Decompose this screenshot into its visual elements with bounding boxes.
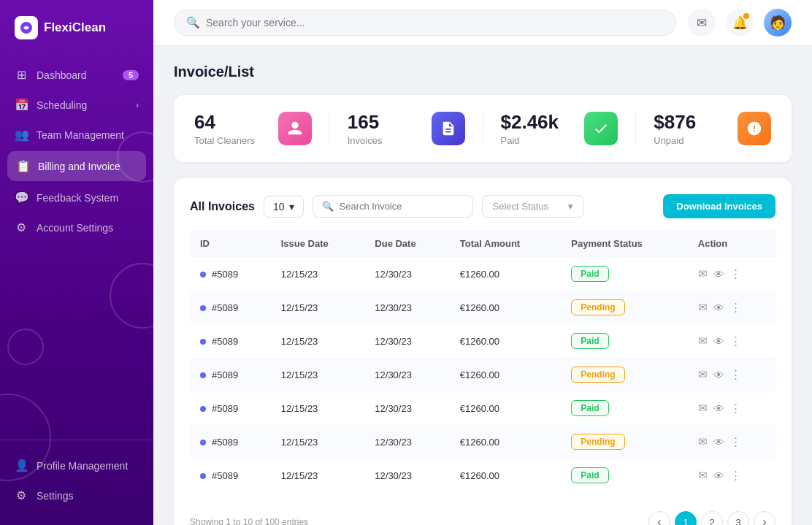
chevron-down-icon: ›	[136, 100, 139, 110]
cell-id: #5089	[190, 257, 271, 291]
invoice-search-input[interactable]	[340, 201, 464, 212]
cell-status: Paid	[561, 324, 687, 358]
page-2-button[interactable]: 2	[701, 511, 723, 525]
action-icons: ✉ 👁 ⋮	[698, 368, 765, 381]
stat-cleaners-label: Total Cleaners	[194, 135, 255, 146]
sidebar-item-settings[interactable]: ⚙ Settings	[0, 480, 153, 510]
stat-unpaid-icon	[738, 112, 771, 145]
mail-action-icon[interactable]: ✉	[698, 402, 708, 415]
team-icon: 👥	[15, 128, 28, 142]
more-action-icon[interactable]: ⋮	[730, 435, 741, 448]
sidebar-item-account[interactable]: ⚙ Account Settings	[0, 212, 153, 242]
status-badge: Pending	[571, 367, 624, 383]
sidebar-nav: ⊞ Dashboard 5 📅 Scheduling › 👥 Team Mana…	[0, 54, 153, 440]
action-icons: ✉ 👁 ⋮	[698, 267, 765, 280]
stat-unpaid-value: $876	[654, 111, 696, 134]
sidebar-item-feedback[interactable]: 💬 Feedback System	[0, 183, 153, 212]
cell-issue: 12/15/23	[271, 291, 365, 324]
table-row: #5089 12/15/23 12/30/23 €1260.00 Paid ✉ …	[190, 391, 775, 425]
cell-id: #5089	[190, 391, 271, 425]
download-invoices-button[interactable]: Download Invoices	[663, 194, 775, 218]
invoice-search-bar[interactable]: 🔍	[313, 195, 473, 218]
cell-status: Paid	[561, 459, 687, 492]
more-action-icon[interactable]: ⋮	[730, 469, 741, 482]
notification-button[interactable]: 🔔	[726, 9, 754, 37]
content-area: Invoice/List 64 Total Cleaners 165 Invoi…	[153, 46, 812, 525]
view-action-icon[interactable]: 👁	[713, 402, 724, 415]
row-dot	[200, 305, 206, 311]
more-action-icon[interactable]: ⋮	[730, 368, 741, 381]
stat-cleaners-value: 64	[194, 111, 255, 134]
col-action: Action	[688, 230, 775, 257]
chevron-down-icon: ▾	[568, 201, 573, 212]
stat-invoices-label: Invoices	[348, 135, 383, 146]
stat-paid-label: Paid	[501, 135, 559, 146]
row-dot	[200, 272, 206, 277]
cell-amount: €1260.00	[450, 324, 561, 358]
view-action-icon[interactable]: 👁	[713, 335, 724, 348]
notification-dot	[743, 13, 749, 19]
cell-issue: 12/15/23	[271, 324, 365, 358]
view-action-icon[interactable]: 👁	[713, 470, 724, 482]
col-due: Due Date	[364, 230, 450, 257]
next-page-button[interactable]: ›	[754, 511, 775, 525]
page-1-button[interactable]: 1	[675, 511, 697, 525]
sidebar-item-scheduling[interactable]: 📅 Scheduling ›	[0, 90, 153, 120]
search-invoice-icon: 🔍	[322, 201, 334, 212]
sidebar: FlexiClean ⊞ Dashboard 5 📅 Scheduling › …	[0, 0, 153, 525]
cell-issue: 12/15/23	[271, 391, 365, 425]
mail-action-icon[interactable]: ✉	[698, 368, 708, 381]
status-badge: Paid	[571, 333, 608, 349]
stat-unpaid: $876 Unpaid	[654, 111, 771, 146]
search-icon: 🔍	[186, 16, 200, 29]
table-header-row: ID Issue Date Due Date Total Amount Paym…	[190, 230, 775, 257]
more-action-icon[interactable]: ⋮	[730, 301, 741, 314]
cell-id: #5089	[190, 291, 271, 324]
table-row: #5089 12/15/23 12/30/23 €1260.00 Pending…	[190, 291, 775, 324]
cell-status: Paid	[561, 257, 687, 291]
view-action-icon[interactable]: 👁	[713, 436, 724, 448]
view-action-icon[interactable]: 👁	[713, 302, 724, 314]
avatar-image: 🧑	[764, 9, 792, 37]
view-action-icon[interactable]: 👁	[713, 369, 724, 381]
cell-due: 12/30/23	[364, 257, 450, 291]
per-page-dropdown[interactable]: 10 ▾	[264, 196, 304, 218]
status-badge: Pending	[571, 299, 624, 315]
prev-page-button[interactable]: ‹	[648, 511, 670, 525]
sidebar-item-billing[interactable]: 📋 Billing and Invoice	[7, 151, 146, 181]
search-bar[interactable]: 🔍	[174, 9, 676, 36]
cell-due: 12/30/23	[364, 291, 450, 324]
stat-cleaners: 64 Total Cleaners	[194, 111, 330, 146]
cell-action: ✉ 👁 ⋮	[688, 425, 775, 459]
sidebar-item-team[interactable]: 👥 Team Management	[0, 120, 153, 150]
sidebar-item-dashboard[interactable]: ⊞ Dashboard 5	[0, 60, 153, 90]
table-row: #5089 12/15/23 12/30/23 €1260.00 Paid ✉ …	[190, 459, 775, 492]
mail-action-icon[interactable]: ✉	[698, 334, 708, 348]
table-row: #5089 12/15/23 12/30/23 €1260.00 Pending…	[190, 358, 775, 391]
cell-amount: €1260.00	[450, 291, 561, 324]
search-input[interactable]	[206, 17, 664, 28]
sidebar-item-profile[interactable]: 👤 Profile Management	[0, 451, 153, 480]
more-action-icon[interactable]: ⋮	[730, 402, 741, 415]
logo: FlexiClean	[0, 0, 153, 54]
more-action-icon[interactable]: ⋮	[730, 334, 741, 348]
page-3-button[interactable]: 3	[727, 511, 749, 525]
logo-icon	[15, 16, 38, 39]
cell-status: Pending	[561, 358, 687, 391]
header-icons: ✉ 🔔 🧑	[688, 9, 792, 37]
cell-action: ✉ 👁 ⋮	[688, 257, 775, 291]
mail-action-icon[interactable]: ✉	[698, 469, 708, 482]
status-dropdown[interactable]: Select Status ▾	[482, 195, 584, 218]
view-action-icon[interactable]: 👁	[713, 268, 724, 280]
scheduling-icon: 📅	[15, 98, 28, 112]
cell-id: #5089	[190, 324, 271, 358]
sidebar-item-settings-label: Settings	[37, 490, 74, 502]
mail-button[interactable]: ✉	[688, 9, 716, 37]
cell-action: ✉ 👁 ⋮	[688, 358, 775, 391]
mail-action-icon[interactable]: ✉	[698, 301, 708, 314]
mail-action-icon[interactable]: ✉	[698, 267, 708, 280]
mail-action-icon[interactable]: ✉	[698, 435, 708, 448]
avatar[interactable]: 🧑	[764, 9, 792, 37]
sidebar-item-profile-label: Profile Management	[37, 460, 128, 472]
more-action-icon[interactable]: ⋮	[730, 267, 741, 280]
